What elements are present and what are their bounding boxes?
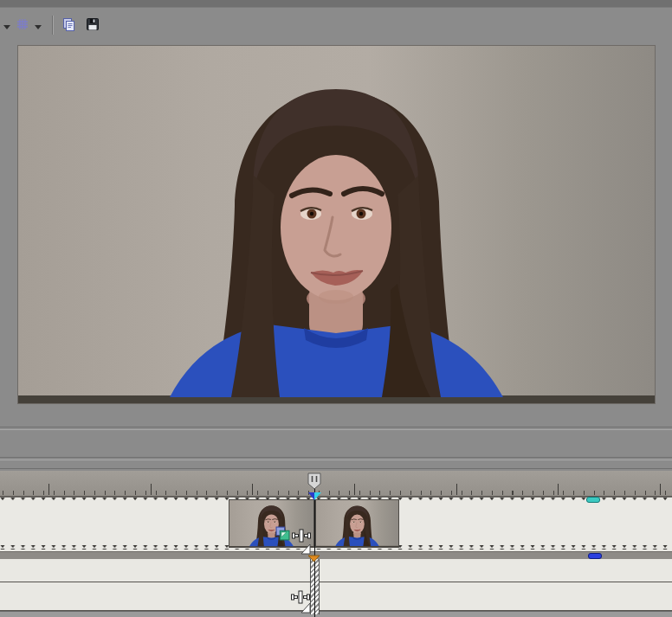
video-frame-image [18, 46, 655, 403]
grid-quantize-icon[interactable] [16, 18, 29, 34]
video-event-thumbnail-right[interactable] [315, 499, 399, 548]
playhead-handle[interactable] [307, 472, 323, 491]
copy-snapshot-icon[interactable] [61, 17, 76, 35]
frame-status [337, 429, 384, 442]
preview-toolbar [0, 8, 672, 41]
ruler-major-ticks [0, 484, 672, 495]
divider [0, 427, 672, 430]
bottom-band [0, 611, 672, 617]
save-snapshot-icon[interactable] [86, 17, 100, 35]
audio-event-marker-orange [307, 555, 320, 562]
timeline-ruler[interactable] [0, 471, 672, 497]
thumbnail-image [316, 500, 398, 547]
video-preview [17, 45, 656, 404]
trim-cursor-icon [292, 529, 311, 546]
dropdown-caret-icon[interactable] [35, 25, 42, 29]
dropdown-caret-icon[interactable] [3, 25, 10, 29]
pan-crop-icon[interactable] [275, 526, 290, 544]
video-editor-window [0, 0, 672, 617]
toolbar-separator [52, 16, 54, 35]
cursor-position-triangles [307, 492, 322, 501]
trim-cursor-icon [291, 590, 310, 607]
timeline-marker-blue[interactable] [588, 553, 602, 559]
timeline-marker-teal[interactable] [586, 497, 600, 503]
audio-waveform [0, 559, 672, 610]
divider [0, 457, 672, 460]
window-top-band [0, 0, 672, 8]
display-status [337, 442, 384, 455]
